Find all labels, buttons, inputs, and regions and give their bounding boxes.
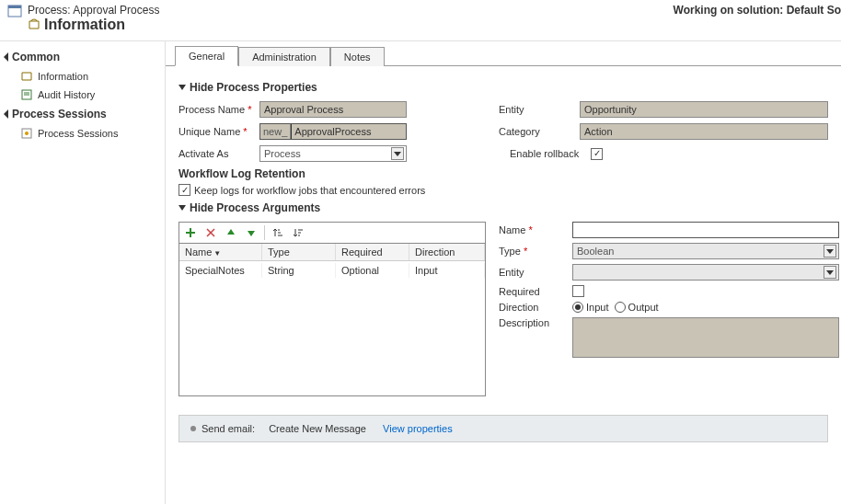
sort-desc-button[interactable] [291, 225, 305, 240]
page-title: Information [28, 17, 834, 33]
workflow-steps-panel: Send email: Create New Message View prop… [179, 415, 828, 442]
window-header: Working on solution: Default So Process:… [0, 0, 841, 41]
audit-icon [20, 88, 33, 101]
arguments-grid: Name▼ Type Required Direction SpecialNot… [179, 222, 486, 396]
tab-notes[interactable]: Notes [330, 47, 385, 66]
label-category: Category [499, 126, 580, 137]
col-name[interactable]: Name▼ [179, 244, 262, 260]
sidebar-group-common[interactable]: Common [0, 47, 165, 67]
direction-output-radio[interactable] [615, 302, 626, 313]
label-arg-description: Description [499, 317, 572, 328]
caret-down-icon [179, 85, 186, 90]
workflow-log-retention-title: Workflow Log Retention [179, 167, 828, 180]
svg-rect-1 [8, 6, 21, 8]
arguments-toolbar [179, 223, 485, 244]
process-name-field[interactable]: Approval Process [259, 101, 407, 118]
move-up-button[interactable] [224, 225, 238, 240]
label-arg-required: Required [499, 286, 572, 297]
add-argument-button[interactable] [183, 225, 198, 240]
process-icon [7, 4, 22, 18]
arg-required-checkbox[interactable] [572, 285, 584, 297]
chevron-down-icon [391, 147, 404, 160]
grid-header: Name▼ Type Required Direction [179, 244, 485, 261]
caret-down-icon [179, 205, 186, 211]
col-direction[interactable]: Direction [409, 244, 485, 260]
activate-as-select[interactable]: Process [259, 145, 407, 162]
step-bullet-icon [190, 426, 196, 431]
sidebar-item-information[interactable]: Information [0, 67, 165, 86]
label-entity: Entity [499, 104, 580, 115]
label-arg-name: Name [499, 224, 572, 235]
information-icon [28, 18, 40, 31]
sort-asc-button[interactable] [271, 225, 285, 240]
chevron-down-icon [824, 245, 836, 258]
label-unique-name: Unique Name [179, 126, 259, 137]
tab-general[interactable]: General [175, 46, 238, 66]
label-activate-as: Activate As [179, 148, 259, 159]
unique-name-field[interactable]: new_ ApprovalProcess [259, 123, 407, 140]
entity-field: Opportunity [580, 101, 828, 118]
chevron-down-icon [824, 266, 836, 279]
step-prefix: Send email: [202, 423, 255, 434]
arg-name-input[interactable] [572, 222, 839, 238]
argument-details-form: Name Type Boolean Entity [499, 222, 839, 396]
move-down-button[interactable] [244, 225, 259, 240]
grid-row[interactable]: SpecialNotes String Optional Input [179, 261, 485, 280]
delete-argument-button[interactable] [203, 225, 218, 240]
sidebar: Common Information Audit History Process… [0, 41, 166, 504]
solution-indicator: Working on solution: Default So [674, 4, 841, 17]
information-icon [20, 70, 33, 83]
keep-logs-checkbox[interactable]: ✓ [179, 184, 190, 196]
arg-entity-select[interactable] [572, 264, 839, 281]
arg-description-textarea[interactable] [572, 317, 839, 358]
direction-output-label: Output [628, 302, 659, 313]
sidebar-group-process-sessions[interactable]: Process Sessions [0, 104, 165, 124]
direction-input-radio[interactable] [572, 302, 583, 313]
main-panel: General Administration Notes Hide Proces… [166, 41, 841, 504]
svg-point-6 [25, 132, 29, 135]
label-arg-entity: Entity [499, 267, 572, 278]
sidebar-item-process-sessions[interactable]: Process Sessions [0, 124, 165, 143]
col-type[interactable]: Type [262, 244, 336, 260]
tab-strip: General Administration Notes [166, 45, 841, 66]
label-arg-type: Type [499, 246, 572, 257]
label-process-name: Process Name [179, 104, 259, 115]
category-field: Action [580, 123, 828, 140]
sessions-icon [20, 127, 33, 140]
label-arg-direction: Direction [499, 302, 572, 313]
view-properties-link[interactable]: View properties [383, 423, 453, 434]
step-text: Create New Message [269, 423, 366, 434]
keep-logs-label: Keep logs for workflow jobs that encount… [194, 185, 425, 196]
arg-type-select[interactable]: Boolean [572, 243, 839, 259]
direction-input-label: Input [586, 302, 608, 313]
enable-rollback-checkbox[interactable]: ✓ [591, 148, 603, 160]
section-toggle-arguments[interactable]: Hide Process Arguments [179, 201, 828, 214]
col-required[interactable]: Required [336, 244, 409, 260]
section-toggle-properties[interactable]: Hide Process Properties [179, 81, 828, 94]
workflow-step[interactable]: Send email: Create New Message View prop… [190, 423, 816, 434]
label-enable-rollback: Enable rollback [510, 148, 591, 159]
tab-administration[interactable]: Administration [238, 47, 330, 66]
sidebar-item-audit-history[interactable]: Audit History [0, 86, 165, 104]
